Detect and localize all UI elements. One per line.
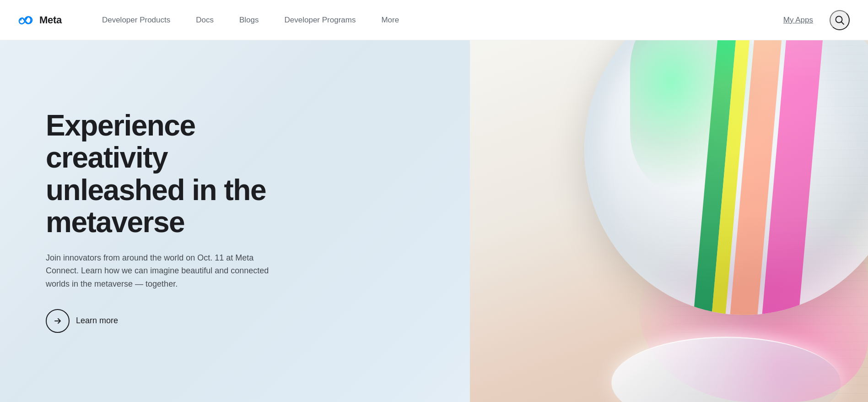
hero-image-canvas: [470, 40, 868, 402]
nav-docs[interactable]: Docs: [183, 0, 226, 40]
hero-image: [470, 40, 868, 402]
nav-developer-programs[interactable]: Developer Programs: [272, 0, 369, 40]
search-icon: [835, 15, 845, 25]
hero-content: Experience creativity unleashed in the m…: [0, 109, 311, 333]
learn-more-circle-icon: [46, 309, 70, 333]
my-apps-button[interactable]: My Apps: [771, 0, 826, 40]
main-nav: Developer Products Docs Blogs Developer …: [89, 0, 771, 40]
navbar: Meta Developer Products Docs Blogs Devel…: [0, 0, 868, 40]
search-button[interactable]: [830, 10, 850, 30]
arrow-right-icon: [54, 317, 62, 325]
hero-section: Experience creativity unleashed in the m…: [0, 40, 868, 402]
meta-infinity-icon: [18, 15, 36, 25]
hero-title: Experience creativity unleashed in the m…: [46, 109, 311, 239]
hero-subtitle: Join innovators from around the world on…: [46, 251, 284, 291]
learn-more-button[interactable]: Learn more: [46, 309, 311, 333]
learn-more-label: Learn more: [76, 316, 118, 326]
nav-blogs[interactable]: Blogs: [226, 0, 272, 40]
nav-developer-products[interactable]: Developer Products: [89, 0, 183, 40]
meta-logo[interactable]: Meta: [18, 14, 62, 26]
logo-text: Meta: [39, 14, 62, 26]
navbar-right: My Apps: [771, 0, 850, 40]
nav-more[interactable]: More: [368, 0, 412, 40]
svg-line-1: [841, 22, 844, 24]
